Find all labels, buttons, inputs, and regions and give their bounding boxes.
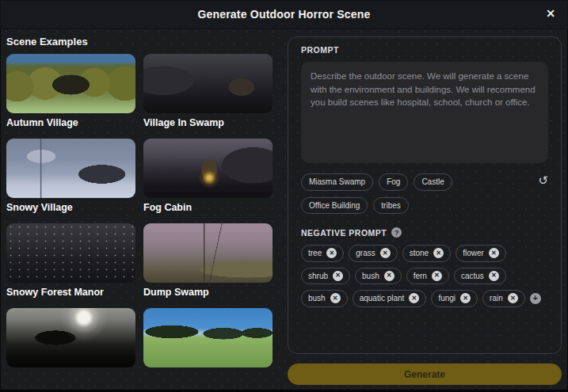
negative-tag: fern ✕ — [406, 268, 449, 285]
help-icon[interactable]: ? — [391, 227, 402, 238]
negative-tag: bush ✕ — [355, 268, 402, 285]
prompt-suggestion-chip[interactable]: Castle — [414, 173, 452, 191]
prompt-panel: PROMPT Miasma Swamp Fog Castle Office Bu… — [288, 36, 562, 354]
prompt-section: PROMPT Miasma Swamp Fog Castle Office Bu… — [288, 29, 562, 385]
negative-tag-label: cactus — [461, 271, 484, 282]
scene-thumbnail[interactable] — [6, 308, 135, 367]
scene-label: Dump Swamp — [143, 287, 273, 299]
scene-card-snowy-village[interactable]: Snowy Village — [6, 139, 135, 214]
add-tag-button[interactable]: + — [530, 293, 541, 304]
negative-tag-label: flower — [463, 248, 484, 259]
scene-card-autumn-village[interactable]: Autumn Village — [6, 54, 135, 129]
negative-tag: flower ✕ — [456, 245, 506, 262]
remove-tag-icon[interactable]: ✕ — [330, 293, 341, 303]
scene-thumbnail[interactable] — [143, 139, 273, 198]
negative-prompt-header: NEGATIVE PROMPT ? — [301, 227, 548, 238]
negative-tag-label: stone — [410, 248, 429, 259]
remove-tag-icon[interactable]: ✕ — [409, 293, 419, 303]
negative-tag: tree ✕ — [301, 245, 344, 262]
negative-tag-label: rain — [490, 293, 503, 304]
refresh-icon: ↺ — [538, 173, 548, 187]
scene-examples-heading: Scene Examples — [6, 36, 280, 48]
remove-tag-icon[interactable]: ✕ — [433, 248, 444, 258]
plus-icon: + — [533, 294, 538, 303]
remove-tag-icon[interactable]: ✕ — [384, 271, 395, 281]
prompt-textarea[interactable] — [301, 62, 548, 163]
scene-thumbnail[interactable] — [143, 308, 273, 367]
scene-card-green-field[interactable] — [143, 308, 273, 383]
negative-tag: shrub ✕ — [301, 268, 350, 285]
scene-card-snowy-forest-manor[interactable]: Snowy Forest Manor — [6, 223, 135, 299]
scene-thumbnail[interactable] — [143, 54, 273, 113]
prompt-suggestion-chip[interactable]: Miasma Swamp — [301, 173, 373, 191]
scene-card-dump-swamp[interactable]: Dump Swamp — [143, 223, 273, 299]
prompt-suggestion-chip[interactable]: tribes — [373, 197, 408, 215]
negative-tag-label: aquatic plant — [360, 293, 405, 304]
negative-tags: tree ✕ grass ✕ stone ✕ flower ✕ shrub — [301, 245, 548, 307]
negative-tag: bush ✕ — [301, 290, 348, 307]
negative-prompt-label: NEGATIVE PROMPT — [301, 228, 387, 238]
remove-tag-icon[interactable]: ✕ — [333, 271, 343, 281]
scene-label: Autumn Village — [6, 117, 135, 129]
prompt-label: PROMPT — [301, 45, 548, 55]
scene-examples-section: Scene Examples Autumn Village Village In… — [6, 29, 280, 385]
dialog-header: Generate Outdoor Horror Scene ✕ — [0, 0, 568, 29]
scene-grid: Autumn Village Village In Swamp Snowy Vi… — [6, 54, 280, 383]
scene-thumbnail[interactable] — [6, 223, 135, 283]
remove-tag-icon[interactable]: ✕ — [432, 271, 442, 281]
prompt-suggestions: Miasma Swamp Fog Castle Office Building … — [301, 173, 548, 214]
prompt-suggestion-chip[interactable]: Fog — [379, 173, 408, 191]
remove-tag-icon[interactable]: ✕ — [380, 248, 391, 258]
dialog-body: Scene Examples Autumn Village Village In… — [0, 29, 568, 385]
negative-tag: rain ✕ — [482, 290, 525, 307]
close-icon: ✕ — [546, 7, 555, 20]
negative-tag: grass ✕ — [349, 245, 397, 262]
scene-label: Snowy Forest Manor — [6, 287, 135, 299]
remove-tag-icon[interactable]: ✕ — [489, 248, 499, 258]
close-button[interactable]: ✕ — [541, 4, 560, 23]
negative-tag-label: grass — [356, 248, 375, 259]
negative-tag: cactus ✕ — [454, 268, 506, 285]
scene-label: Fog Cabin — [143, 202, 273, 214]
scene-thumbnail[interactable] — [6, 54, 135, 113]
negative-tag-label: bush — [308, 293, 326, 304]
negative-tag: stone ✕ — [402, 245, 451, 262]
negative-tag-label: tree — [308, 248, 322, 259]
scene-label: Snowy Village — [6, 202, 135, 214]
scene-card-village-in-swamp[interactable]: Village In Swamp — [143, 54, 273, 129]
scene-thumbnail[interactable] — [143, 223, 273, 283]
negative-tag-label: fungi — [438, 293, 456, 304]
negative-tag-label: shrub — [308, 271, 328, 282]
remove-tag-icon[interactable]: ✕ — [460, 293, 471, 303]
scene-label — [143, 371, 273, 383]
refresh-suggestions-button[interactable]: ↺ — [538, 174, 548, 186]
scene-thumbnail[interactable] — [6, 139, 135, 198]
remove-tag-icon[interactable]: ✕ — [489, 271, 499, 281]
scene-label: Village In Swamp — [143, 117, 273, 129]
scene-card-night-manor[interactable] — [6, 308, 135, 383]
negative-tag-label: bush — [362, 271, 379, 282]
negative-tag: aquatic plant ✕ — [353, 290, 427, 307]
remove-tag-icon[interactable]: ✕ — [326, 248, 337, 258]
negative-tag: fungi ✕ — [431, 290, 478, 307]
scene-card-fog-cabin[interactable]: Fog Cabin — [143, 139, 273, 214]
scene-label — [6, 371, 135, 383]
page-title: Generate Outdoor Horror Scene — [197, 8, 370, 21]
generate-button[interactable]: Generate — [288, 363, 562, 385]
negative-tag-label: fern — [414, 271, 427, 282]
remove-tag-icon[interactable]: ✕ — [508, 293, 518, 303]
prompt-suggestion-chip[interactable]: Office Building — [301, 197, 368, 215]
